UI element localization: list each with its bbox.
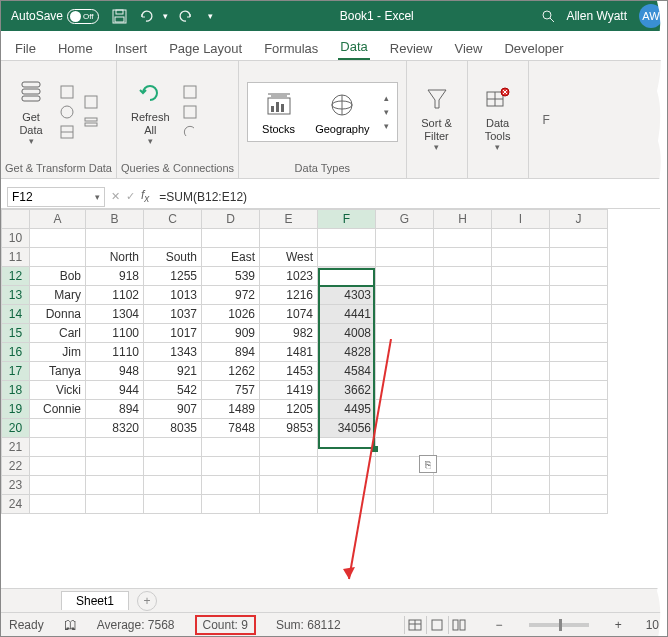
cell[interactable]: 1343 — [144, 343, 202, 362]
cell[interactable]: 1489 — [202, 400, 260, 419]
cell[interactable] — [434, 305, 492, 324]
cell[interactable]: 921 — [144, 362, 202, 381]
cell[interactable] — [260, 438, 318, 457]
col-header[interactable]: I — [492, 210, 550, 229]
cell[interactable]: 4584 — [318, 362, 376, 381]
cell[interactable] — [492, 267, 550, 286]
search-icon[interactable] — [540, 8, 556, 24]
recent-sources-icon[interactable] — [83, 94, 99, 110]
zoom-out-button[interactable]: − — [496, 618, 503, 632]
row-header[interactable]: 21 — [2, 438, 30, 457]
cell[interactable] — [550, 457, 608, 476]
cell[interactable] — [550, 362, 608, 381]
cell[interactable] — [30, 476, 86, 495]
view-normal-icon[interactable] — [404, 616, 426, 634]
refresh-all-button[interactable]: Refresh All ▾ — [125, 75, 176, 147]
cell[interactable] — [260, 229, 318, 248]
cell[interactable] — [376, 286, 434, 305]
cell[interactable]: 4441 — [318, 305, 376, 324]
tab-file[interactable]: File — [13, 37, 38, 60]
cell[interactable] — [30, 495, 86, 514]
name-box[interactable]: F12 ▾ — [7, 187, 105, 207]
cell[interactable]: 1102 — [86, 286, 144, 305]
cell[interactable] — [434, 324, 492, 343]
cell[interactable]: 1216 — [260, 286, 318, 305]
cell[interactable]: 948 — [86, 362, 144, 381]
cell[interactable] — [30, 419, 86, 438]
cell[interactable]: Carl — [30, 324, 86, 343]
cell[interactable] — [492, 438, 550, 457]
cell[interactable]: Bob — [30, 267, 86, 286]
data-type-gallery[interactable]: Stocks Geography ▴ ▾ ▾ — [247, 82, 397, 142]
cell[interactable] — [550, 495, 608, 514]
cell[interactable] — [434, 476, 492, 495]
sheet-tab-active[interactable]: Sheet1 — [61, 591, 129, 610]
cell[interactable] — [434, 495, 492, 514]
cell[interactable] — [492, 400, 550, 419]
tab-data[interactable]: Data — [338, 35, 369, 60]
row-header[interactable]: 23 — [2, 476, 30, 495]
cell[interactable] — [434, 362, 492, 381]
fx-icon[interactable]: fx — [141, 188, 149, 204]
cell[interactable]: 982 — [260, 324, 318, 343]
col-header[interactable]: J — [550, 210, 608, 229]
cell[interactable]: 972 — [202, 286, 260, 305]
cell[interactable] — [202, 438, 260, 457]
formula-input[interactable]: =SUM(B12:E12) — [155, 190, 667, 204]
worksheet-grid[interactable]: A B C D E F G H I J 10 11NorthSouthEastW… — [1, 209, 667, 589]
tab-review[interactable]: Review — [388, 37, 435, 60]
gallery-more-icon[interactable]: ▾ — [384, 121, 389, 131]
cell[interactable] — [86, 229, 144, 248]
cell[interactable] — [260, 476, 318, 495]
geography-button[interactable]: Geography — [305, 87, 379, 137]
cell[interactable] — [434, 343, 492, 362]
status-count-highlighted[interactable]: Count: 9 — [195, 615, 256, 635]
cell[interactable] — [492, 495, 550, 514]
cell[interactable] — [492, 286, 550, 305]
cell[interactable]: 918 — [86, 267, 144, 286]
cell[interactable] — [376, 343, 434, 362]
cell[interactable]: South — [144, 248, 202, 267]
cell[interactable]: 9853 — [260, 419, 318, 438]
col-header[interactable]: A — [30, 210, 86, 229]
cell[interactable]: Connie — [30, 400, 86, 419]
cell[interactable] — [550, 381, 608, 400]
cell[interactable] — [376, 400, 434, 419]
col-header[interactable]: D — [202, 210, 260, 229]
from-table-icon[interactable] — [59, 124, 75, 140]
cell[interactable] — [376, 438, 434, 457]
user-name[interactable]: Allen Wyatt — [566, 9, 627, 23]
data-tools-button[interactable]: Data Tools ▾ — [476, 81, 520, 153]
cell[interactable] — [376, 476, 434, 495]
redo-icon[interactable] — [178, 8, 194, 24]
tab-page-layout[interactable]: Page Layout — [167, 37, 244, 60]
existing-conn-icon[interactable] — [83, 114, 99, 130]
cell[interactable] — [376, 419, 434, 438]
cell[interactable] — [550, 286, 608, 305]
cell[interactable]: 1205 — [260, 400, 318, 419]
cell[interactable] — [318, 438, 376, 457]
status-accessibility-icon[interactable]: 🕮 — [64, 617, 77, 632]
tab-home[interactable]: Home — [56, 37, 95, 60]
cell[interactable] — [144, 495, 202, 514]
cell[interactable] — [318, 476, 376, 495]
cell[interactable]: 8320 — [86, 419, 144, 438]
gallery-down-icon[interactable]: ▾ — [384, 107, 389, 117]
cell[interactable]: 1026 — [202, 305, 260, 324]
cell[interactable] — [376, 324, 434, 343]
row-header[interactable]: 22 — [2, 457, 30, 476]
row-header[interactable]: 14 — [2, 305, 30, 324]
row-header[interactable]: 11 — [2, 248, 30, 267]
cell[interactable]: 1481 — [260, 343, 318, 362]
cell[interactable] — [318, 495, 376, 514]
tab-formulas[interactable]: Formulas — [262, 37, 320, 60]
name-box-dropdown-icon[interactable]: ▾ — [95, 192, 100, 202]
cell[interactable] — [492, 476, 550, 495]
add-sheet-button[interactable]: + — [137, 591, 157, 611]
cell[interactable]: 1255 — [144, 267, 202, 286]
cell[interactable]: 1017 — [144, 324, 202, 343]
cell[interactable] — [318, 229, 376, 248]
cell[interactable] — [376, 267, 434, 286]
cell[interactable] — [550, 400, 608, 419]
cell[interactable] — [376, 362, 434, 381]
